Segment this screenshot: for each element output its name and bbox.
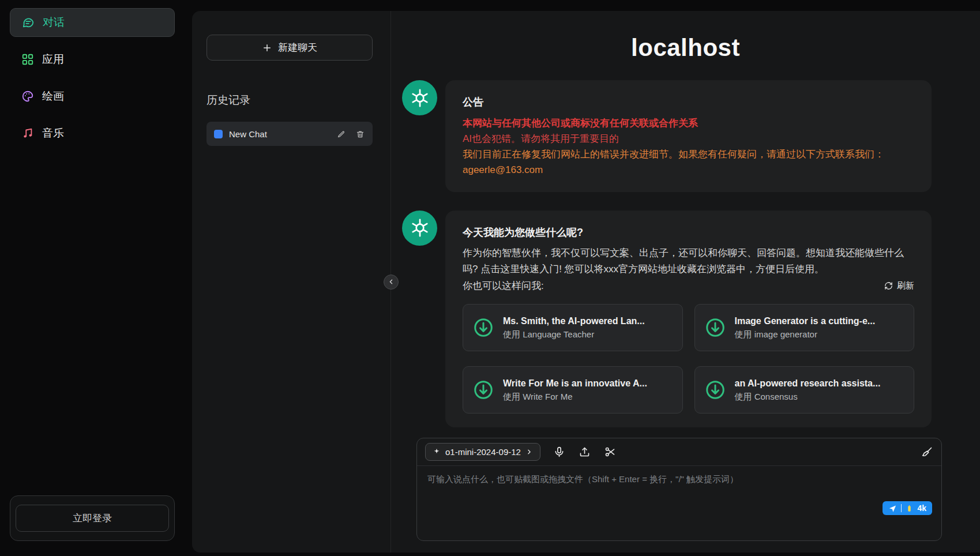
message-announcement: 公告 本网站与任何其他公司或商标没有任何关联或合作关系 AI也会犯错。请勿将其用…: [391, 80, 980, 192]
edit-icon[interactable]: [337, 129, 346, 138]
welcome-body: 作为你的智慧伙伴，我不仅可以写文案、出点子，还可以和你聊天、回答问题。想知道我还…: [463, 245, 914, 276]
chat-bubble-icon: [22, 16, 35, 29]
login-button[interactable]: 立即登录: [16, 505, 169, 532]
page-title: localhost: [391, 34, 980, 62]
battery-icon: [906, 505, 913, 512]
chat-main: localhost 公告 本网站与任何其他公司或商标没有任何关联或合作关系 AI…: [391, 11, 980, 553]
grid-icon: [21, 53, 34, 66]
history-title: 历史记录: [206, 93, 373, 108]
sidebar-item-drawing[interactable]: 绘画: [10, 82, 175, 111]
announcement-line: 我们目前正在修复我们网站上的错误并改进细节。如果您有任何疑问，请通过以下方式联系…: [463, 146, 914, 162]
arrow-down-circle-icon: [704, 317, 726, 339]
chat-item-title: New Chat: [229, 129, 331, 139]
arrow-down-circle-icon: [472, 317, 494, 339]
suggestion-title: Write For Me is an innovative A...: [503, 377, 673, 390]
sidebar-item-apps[interactable]: 应用: [10, 45, 175, 74]
welcome-prompt-label: 你也可以这样问我:: [463, 278, 544, 294]
chat-list-item[interactable]: New Chat: [206, 122, 373, 146]
clear-broom-icon[interactable]: [921, 445, 933, 458]
badge-divider: [901, 504, 902, 512]
suggestion-card[interactable]: Write For Me is an innovative A... 使用 Wr…: [463, 366, 683, 414]
sidebar-item-music[interactable]: 音乐: [10, 119, 175, 148]
suggestion-subtitle: 使用 Language Teacher: [503, 328, 673, 341]
chevron-right-icon: [525, 448, 533, 456]
chat-color-swatch: [214, 130, 223, 138]
openai-logo-icon: [410, 88, 430, 108]
new-chat-label: 新建聊天: [278, 41, 317, 54]
music-note-icon: [21, 127, 34, 140]
suggestion-subtitle: 使用 image generator: [735, 328, 905, 341]
sidebar: 对话 应用 绘画 音乐 立即登录: [0, 0, 192, 556]
scissors-icon[interactable]: [604, 445, 617, 458]
openai-logo-icon: [410, 217, 430, 238]
sidebar-item-label: 绘画: [42, 89, 64, 104]
announcement-contact-email[interactable]: ageerle@163.com: [463, 162, 914, 178]
chat-list-panel: 新建聊天 历史记录 New Chat: [192, 11, 391, 553]
new-chat-button[interactable]: 新建聊天: [206, 35, 373, 61]
composer: o1-mini-2024-09-12: [416, 438, 942, 541]
microphone-icon[interactable]: [553, 445, 566, 458]
suggestion-card[interactable]: Ms. Smith, the AI-powered Lan... 使用 Lang…: [463, 304, 683, 351]
sidebar-item-chat[interactable]: 对话: [10, 8, 175, 37]
plus-icon: [262, 43, 272, 53]
announcement-heading: 公告: [463, 94, 914, 111]
suggestion-title: Image Generator is a cutting-e...: [735, 314, 905, 328]
assistant-avatar: [402, 211, 437, 246]
suggestion-grid: Ms. Smith, the AI-powered Lan... 使用 Lang…: [463, 304, 914, 414]
composer-toolbar: o1-mini-2024-09-12: [417, 438, 941, 466]
refresh-label: 刷新: [897, 279, 914, 292]
arrow-down-circle-icon: [704, 379, 726, 401]
announcement-line: 本网站与任何其他公司或商标没有任何关联或合作关系: [463, 115, 914, 131]
login-box: 立即登录: [10, 495, 175, 541]
right-panel: 新建聊天 历史记录 New Chat localhost: [192, 11, 980, 553]
message-input[interactable]: [417, 466, 941, 540]
sidebar-item-label: 应用: [42, 52, 64, 67]
announcement-bubble: 公告 本网站与任何其他公司或商标没有任何关联或合作关系 AI也会犯错。请勿将其用…: [445, 80, 932, 192]
welcome-heading: 今天我能为您做些什么呢?: [463, 224, 914, 241]
suggestion-card[interactable]: an AI-powered research assista... 使用 Con…: [694, 366, 915, 414]
announcement-line: AI也会犯错。请勿将其用于重要目的: [463, 131, 914, 146]
suggestion-title: an AI-powered research assista...: [735, 377, 905, 390]
refresh-suggestions-button[interactable]: 刷新: [884, 279, 914, 292]
arrow-down-circle-icon: [472, 379, 494, 401]
suggestion-card[interactable]: Image Generator is a cutting-e... 使用 ima…: [694, 304, 915, 351]
suggestion-subtitle: 使用 Consensus: [735, 390, 905, 404]
welcome-bubble: 今天我能为您做些什么呢? 作为你的智慧伙伴，我不仅可以写文案、出点子，还可以和你…: [445, 211, 932, 427]
message-welcome: 今天我能为您做些什么呢? 作为你的智慧伙伴，我不仅可以写文案、出点子，还可以和你…: [391, 211, 980, 427]
upload-icon[interactable]: [579, 445, 591, 458]
assistant-avatar: [402, 80, 437, 115]
model-name: o1-mini-2024-09-12: [445, 447, 521, 457]
send-button[interactable]: 4k: [883, 501, 932, 515]
sidebar-item-label: 音乐: [42, 126, 64, 141]
model-selector[interactable]: o1-mini-2024-09-12: [425, 443, 540, 461]
chevron-left-icon: [388, 278, 395, 285]
token-count: 4k: [917, 504, 926, 513]
trash-icon[interactable]: [356, 129, 365, 138]
sidebar-item-label: 对话: [43, 15, 65, 30]
suggestion-title: Ms. Smith, the AI-powered Lan...: [503, 314, 673, 328]
palette-icon: [21, 90, 34, 103]
collapse-sidebar-button[interactable]: [384, 275, 399, 290]
refresh-icon: [884, 281, 893, 290]
sparkle-icon: [433, 448, 441, 456]
paper-plane-icon: [888, 504, 897, 513]
suggestion-subtitle: 使用 Write For Me: [503, 390, 673, 404]
